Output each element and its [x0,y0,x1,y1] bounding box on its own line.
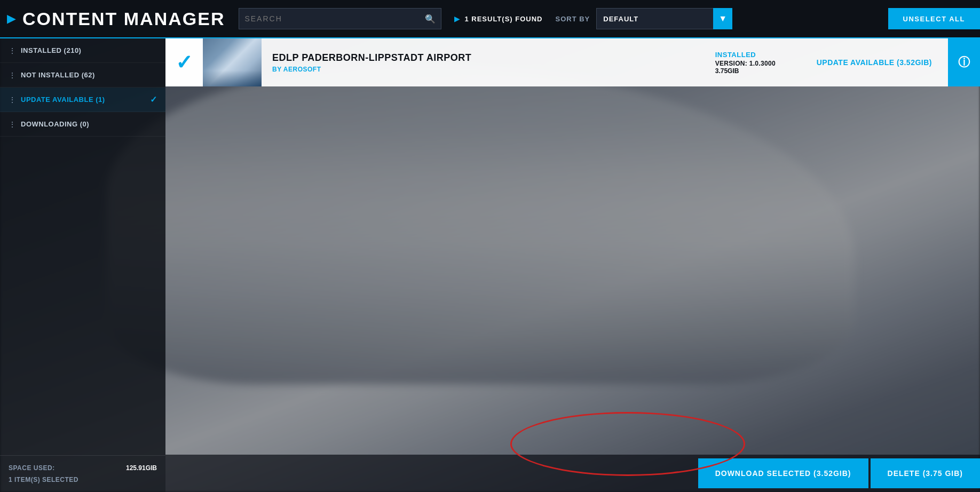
sidebar-item-downloading[interactable]: ⋮ DOWNLOADING (0) [0,112,165,137]
results-count: 1 RESULT(S) FOUND [464,15,542,23]
items-selected-text: 1 ITEM(S) SELECTED [9,476,78,483]
package-status-label: INSTALLED [715,51,790,59]
package-info-button[interactable]: ⓘ [948,38,980,86]
package-author: BY AEROSOFT [272,66,694,73]
sidebar-label-not-installed: NOT INSTALLED (62) [21,71,157,79]
sidebar-spacer [0,137,165,455]
sort-by-label: SORT BY [555,15,590,23]
package-checkbox[interactable]: ✓ [165,38,203,86]
package-version: VERSION: 1.0.3000 [715,60,790,67]
sidebar-dots-icon-2: ⋮ [9,71,15,80]
sort-dropdown-arrow-icon[interactable]: ▼ [713,8,732,29]
sidebar-dots-icon-3: ⋮ [9,96,15,104]
download-selected-button[interactable]: DOWNLOAD SELECTED (3.52GIB) [698,458,868,488]
package-info-block: EDLP PADERBORN-LIPPSTADT AIRPORT BY AERO… [262,38,705,86]
search-icon: 🔍 [420,14,441,24]
header-bar: ▶ CONTENT MANAGER 🔍 ▶ 1 RESULT(S) FOUND … [0,0,980,38]
package-name: EDLP PADERBORN-LIPPSTADT AIRPORT [272,52,694,64]
sidebar-dots-icon: ⋮ [9,46,15,55]
content-area: ✓ EDLP PADERBORN-LIPPSTADT AIRPORT BY AE… [165,38,980,492]
space-used-row: SPACE USED: 125.91GIB [9,464,157,472]
sort-by-select[interactable]: DEFAULT NAME SIZE DATE [596,8,714,29]
results-info: ▶ 1 RESULT(S) FOUND [454,14,542,23]
unselect-all-button[interactable]: UNSELECT ALL [888,8,980,29]
package-thumb-image [203,38,262,86]
sidebar-item-update-available[interactable]: ⋮ UPDATE AVAILABLE (1) ✓ [0,88,165,112]
package-update-block: UPDATE AVAILABLE (3.52GIB) [801,38,948,86]
package-row: ✓ EDLP PADERBORN-LIPPSTADT AIRPORT BY AE… [165,38,980,86]
sidebar-label-update-available: UPDATE AVAILABLE (1) [21,96,150,104]
sort-by-container: SORT BY DEFAULT NAME SIZE DATE ▼ [555,8,732,29]
sidebar-label-downloading: DOWNLOADING (0) [21,120,157,128]
search-input[interactable] [239,9,420,29]
sidebar-dots-icon-4: ⋮ [9,120,15,129]
sidebar-label-installed: INSTALLED (210) [21,46,157,54]
sidebar-footer: SPACE USED: 125.91GIB 1 ITEM(S) SELECTED [0,455,165,492]
results-arrow-icon: ▶ [454,14,460,23]
info-icon: ⓘ [958,54,970,70]
space-used-label: SPACE USED: [9,464,55,472]
package-update-button[interactable]: UPDATE AVAILABLE (3.52GIB) [817,58,932,67]
package-status-block: INSTALLED VERSION: 1.0.3000 3.75GIB [705,38,801,86]
space-used-value: 125.91GIB [126,464,157,472]
sidebar-item-installed[interactable]: ⋮ INSTALLED (210) [0,38,165,63]
sidebar-checkmark-icon: ✓ [150,94,157,105]
action-bar: DOWNLOAD SELECTED (3.52GIB) DELETE (3.75… [165,455,980,492]
delete-button[interactable]: DELETE (3.75 GIB) [871,458,980,488]
package-selected-icon: ✓ [176,51,193,74]
items-selected-row: 1 ITEM(S) SELECTED [9,476,157,483]
sidebar-item-not-installed[interactable]: ⋮ NOT INSTALLED (62) [0,63,165,88]
package-size: 3.75GIB [715,67,790,75]
search-container: 🔍 [239,8,441,29]
package-thumbnail [203,38,262,86]
app-title: CONTENT MANAGER [22,9,234,29]
sidebar: ⋮ INSTALLED (210) ⋮ NOT INSTALLED (62) ⋮… [0,38,165,492]
back-arrow-icon[interactable]: ▶ [0,0,22,38]
